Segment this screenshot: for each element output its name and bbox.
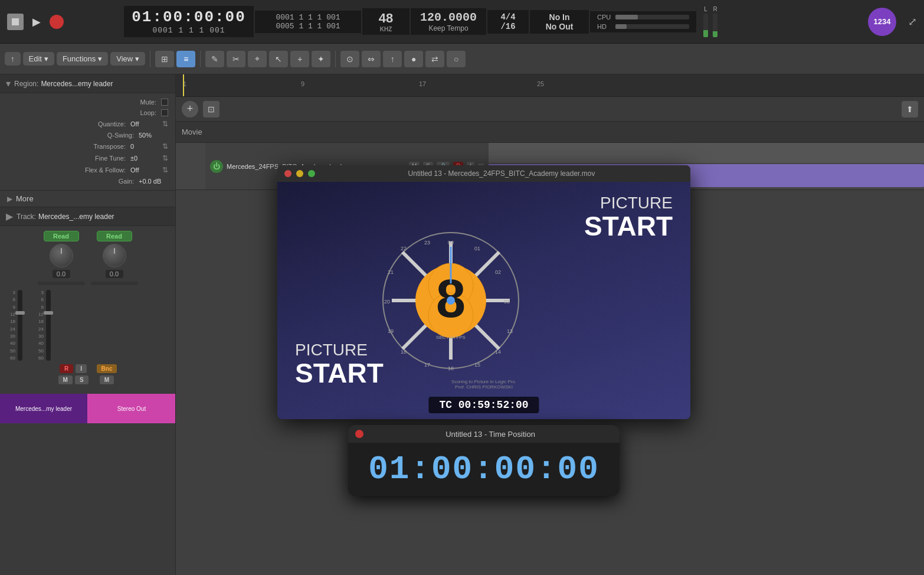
track-header[interactable]: ▶ Track: Mercedes_...emy leader: [0, 207, 175, 226]
bnc-button[interactable]: Bnc: [97, 364, 117, 373]
start-label-bl: START: [295, 360, 384, 387]
loop-checkbox[interactable]: [161, 109, 168, 116]
media-browser-button[interactable]: ⊡: [203, 101, 219, 117]
finetune-row: Fine Tune: ±0 ⇅: [0, 152, 175, 164]
svg-text:18: 18: [401, 349, 407, 355]
countdown-wheel: 00 01 02 03 23 22 21 20 19 18 17 16 15 1…: [380, 230, 522, 371]
s-button-ch1[interactable]: S: [75, 375, 89, 384]
play-button[interactable]: ▶: [28, 14, 45, 30]
fader-track-1[interactable]: [18, 290, 22, 361]
start-label-tr: START: [584, 213, 673, 240]
i-button-ch1[interactable]: I: [76, 364, 87, 373]
minimize-window-button[interactable]: [296, 170, 303, 177]
zoom-in-button[interactable]: ⇔: [362, 51, 381, 67]
plus-tool-button[interactable]: +: [290, 51, 309, 67]
left-panel: ▾ Region: Mercedes...emy leader Mute: Lo…: [0, 74, 176, 575]
scissors-tool-button[interactable]: ✂: [227, 51, 245, 67]
fader-track-2[interactable]: [46, 290, 51, 361]
m-button-ch2[interactable]: M: [100, 375, 114, 384]
grid-view-button[interactable]: ⊞: [155, 51, 174, 67]
svg-text:14: 14: [495, 349, 501, 355]
qswing-value: 50%: [139, 132, 168, 139]
edit-menu[interactable]: Edit ▾: [23, 52, 54, 66]
no-in-value: No In: [549, 12, 570, 22]
track-section-label: Track:: [17, 213, 36, 221]
plus-tool2-button[interactable]: ✦: [312, 51, 330, 67]
more-chevron: ▶: [7, 195, 12, 203]
right-meter: R: [713, 6, 717, 37]
knob-2[interactable]: [103, 244, 126, 267]
marquee-tool-button[interactable]: ⌖: [248, 51, 267, 67]
add-track-button[interactable]: +: [182, 101, 198, 117]
track-controls: Read 0.0 Read 0.0 3 6 9 12 18: [0, 226, 175, 389]
loop-row: Loop:: [0, 107, 175, 118]
close-window-button[interactable]: [284, 170, 291, 177]
svg-text:01: 01: [474, 246, 480, 251]
mute-row: Mute:: [0, 97, 175, 107]
circle-button[interactable]: ●: [404, 51, 423, 67]
left-right-button[interactable]: ⇄: [425, 51, 444, 67]
loop-label: Loop:: [103, 109, 156, 116]
m-button-ch1[interactable]: M: [58, 375, 73, 384]
record-button[interactable]: [50, 15, 64, 29]
mute-checkbox[interactable]: [161, 99, 168, 106]
separator-3: [335, 51, 336, 67]
profile-button[interactable]: 1234: [868, 8, 896, 36]
pencil-tool-button[interactable]: ✎: [205, 51, 224, 67]
scoring-line1: Scoring to Picture in Logic Pro.: [451, 379, 516, 384]
functions-label: Functions: [63, 54, 96, 63]
arrow-up-button[interactable]: ↑: [383, 51, 402, 67]
svg-text:15: 15: [474, 362, 480, 368]
profile-label: 1234: [874, 17, 891, 26]
list-view-button[interactable]: ≡: [176, 51, 195, 67]
zoom-fit-button[interactable]: ⊙: [340, 51, 359, 67]
hd-bar-background: [615, 24, 689, 29]
cpu-bar-background: [615, 15, 689, 19]
track-name-band-text: Mercedes...my leader: [15, 406, 72, 412]
region-header[interactable]: ▾ Region: Mercedes...emy leader: [0, 74, 175, 93]
movie-label: Movie: [182, 128, 202, 136]
time-position-content: 01:00:00:00: [348, 443, 620, 496]
tempo-display: 120.0000 Keep Tempo: [411, 8, 486, 35]
fader-thumb-1[interactable]: [15, 311, 25, 315]
time-position-window: Untitled 13 - Time Position 01:00:00:00: [348, 425, 620, 496]
functions-menu[interactable]: Functions ▾: [57, 52, 108, 66]
picture-label-bl: PICTURE: [295, 341, 384, 360]
track-collapse-icon: ▶: [6, 211, 13, 222]
time-position-titlebar: Untitled 13 - Time Position: [348, 425, 620, 443]
power-button[interactable]: ⏻: [210, 160, 223, 173]
fader-2-mini[interactable]: [91, 282, 138, 285]
read-button-1[interactable]: Read: [44, 231, 79, 241]
quantize-row: Quantize: Off ⇅: [0, 118, 175, 130]
view-menu[interactable]: View ▾: [110, 52, 145, 66]
more-label: More: [16, 194, 34, 203]
smpte-top-value: 0001 1 1 1 001: [276, 13, 340, 22]
region-collapse-icon: ▾: [6, 78, 11, 89]
separator-1: [150, 51, 150, 67]
fader-1-mini[interactable]: [38, 282, 85, 285]
flex-value: Off: [130, 166, 160, 174]
circle2-button[interactable]: ○: [447, 51, 466, 67]
stereo-out-text: Stereo Out: [117, 406, 146, 412]
maximize-window-button[interactable]: [308, 170, 315, 177]
knob-1[interactable]: [50, 244, 73, 267]
in-out-display: No In No Out: [530, 10, 589, 34]
mute-label: Mute:: [103, 99, 156, 106]
pointer-tool-button[interactable]: ↖: [269, 51, 288, 67]
read-button-2[interactable]: Read: [97, 231, 132, 241]
stop-button[interactable]: [7, 14, 24, 30]
tempo-sublabel: Keep Tempo: [428, 24, 468, 32]
more-row[interactable]: ▶ More: [0, 190, 175, 207]
upload-button[interactable]: ⬆: [902, 101, 918, 117]
tp-record-indicator: [355, 430, 363, 438]
fullscreen-button[interactable]: ⤢: [901, 15, 924, 28]
edit-chevron: ▾: [44, 54, 48, 63]
smpte-bottom-value: 0005 1 1 1 001: [276, 22, 340, 31]
cpu-bar-fill: [615, 15, 638, 19]
svg-text:23: 23: [424, 240, 430, 246]
separator-2: [200, 51, 201, 67]
fader-thumb-2[interactable]: [44, 311, 53, 315]
svg-text:19: 19: [388, 328, 394, 334]
r-button-ch1[interactable]: R: [60, 364, 73, 373]
back-button[interactable]: ↑: [5, 52, 21, 66]
